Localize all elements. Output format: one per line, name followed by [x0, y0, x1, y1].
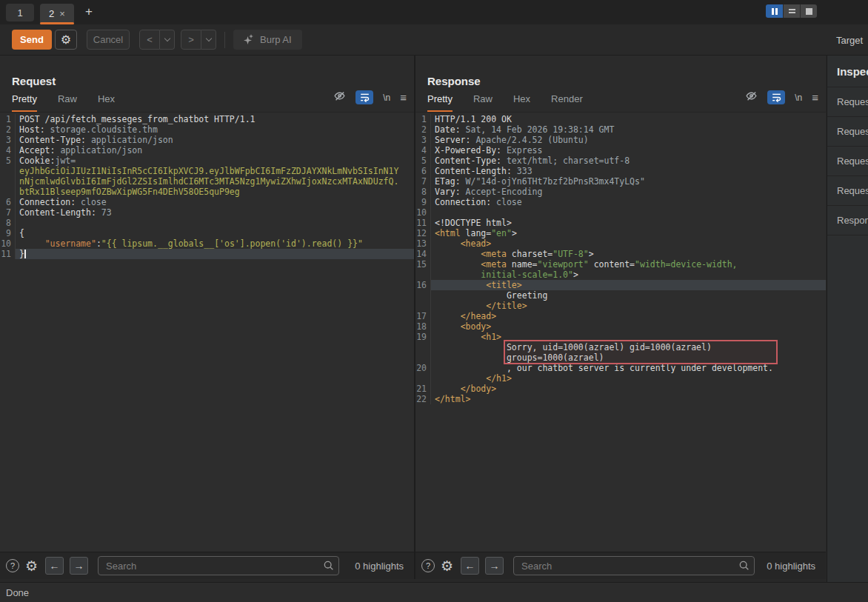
- tab-request-raw[interactable]: Raw: [58, 93, 77, 112]
- code-line[interactable]: [431, 207, 826, 218]
- response-editor[interactable]: 1HTTP/1.1 200 OK2Date: Sat, 14 Feb 2026 …: [415, 113, 826, 551]
- inspector-section-3[interactable]: Request: [827, 147, 868, 176]
- line-number: [0, 166, 16, 176]
- request-view-tabs: Pretty Raw Hex: [12, 93, 136, 112]
- search-settings-gear-icon[interactable]: ⚙: [441, 558, 453, 575]
- line-number: 18: [415, 321, 431, 332]
- code-line[interactable]: Host: storage.cloudsite.thm: [16, 124, 414, 135]
- hide-nonprintable-icon[interactable]: [333, 90, 346, 105]
- show-newlines-toggle[interactable]: \n: [383, 93, 390, 103]
- code-line[interactable]: </title>: [431, 301, 826, 311]
- history-forward-button[interactable]: >: [181, 30, 201, 50]
- repeater-tab-2-label: 2: [49, 8, 54, 19]
- layout-columns-button[interactable]: [766, 4, 783, 18]
- code-line[interactable]: Greeting: [431, 290, 826, 301]
- response-highlights-count: 0 highlights: [767, 561, 815, 572]
- code-line[interactable]: HTTP/1.1 200 OK: [431, 114, 826, 124]
- code-line[interactable]: }: [16, 249, 414, 259]
- code-line[interactable]: POST /api/fetch_messeges_from_chatbot HT…: [16, 114, 414, 124]
- response-panel: Response Pretty Raw Hex Render \n ≡ 1HTT…: [415, 56, 826, 552]
- history-back-dropdown[interactable]: [160, 30, 175, 50]
- search-next-button[interactable]: →: [485, 557, 504, 575]
- code-line[interactable]: Connection: close: [16, 197, 414, 207]
- code-line[interactable]: , our chatbot server is currently under …: [431, 363, 826, 373]
- tab-request-hex[interactable]: Hex: [98, 93, 115, 112]
- code-line[interactable]: Content-Type: text/html; charset=utf-8: [431, 155, 826, 166]
- response-highlight-box: [504, 340, 778, 364]
- layout-rows-button[interactable]: [783, 4, 800, 18]
- tab-request-pretty[interactable]: Pretty: [12, 93, 37, 112]
- target-label: Target: [836, 35, 863, 46]
- repeater-tab-2[interactable]: 2 ×: [40, 4, 74, 24]
- tab-response-raw[interactable]: Raw: [473, 93, 493, 112]
- line-number: 1: [415, 114, 431, 124]
- code-line[interactable]: btRx11Blseep9mfOZBwXipWG5Fn4DEhV58OE5quP…: [16, 187, 414, 197]
- show-newlines-toggle[interactable]: \n: [795, 93, 802, 103]
- code-line[interactable]: <title>: [431, 280, 826, 290]
- code-line[interactable]: X-Powered-By: Express: [431, 145, 826, 155]
- search-prev-button[interactable]: ←: [45, 557, 64, 575]
- editor-menu-icon[interactable]: ≡: [400, 91, 407, 104]
- code-line[interactable]: [16, 218, 414, 228]
- code-line[interactable]: Content-Length: 333: [431, 166, 826, 176]
- layout-single-button[interactable]: [800, 4, 817, 18]
- code-line[interactable]: </body>: [431, 384, 826, 394]
- code-line[interactable]: nNjcmlwdGlvbiI6ImFjdGl2ZSIsImlhdCI6MTc3M…: [16, 176, 414, 187]
- history-back-button[interactable]: <: [139, 30, 160, 50]
- code-line[interactable]: <html lang="en">: [431, 228, 826, 238]
- line-number: 19: [415, 332, 431, 342]
- code-line[interactable]: Date: Sat, 14 Feb 2026 19:38:14 GMT: [431, 124, 826, 135]
- request-search-input[interactable]: [98, 556, 339, 575]
- hide-nonprintable-icon[interactable]: [745, 90, 758, 105]
- inspector-section-5[interactable]: Response: [827, 206, 868, 235]
- code-line[interactable]: Content-Length: 73: [16, 207, 414, 218]
- code-line[interactable]: ETag: W/"14d-ojYn6THt7bzf2bPnsR3mx4TyLQs…: [431, 176, 826, 187]
- search-prev-button[interactable]: ←: [461, 557, 479, 575]
- code-line[interactable]: Content-Type: application/json: [16, 135, 414, 145]
- inspector-section-1[interactable]: Request: [827, 87, 868, 117]
- tab-response-pretty[interactable]: Pretty: [427, 93, 453, 112]
- search-next-button[interactable]: →: [70, 557, 88, 575]
- response-view-tabs: Pretty Raw Hex Render: [427, 93, 604, 112]
- line-number: [415, 373, 431, 384]
- tab-response-hex[interactable]: Hex: [513, 93, 530, 112]
- editor-menu-icon[interactable]: ≡: [812, 91, 818, 104]
- search-settings-gear-icon[interactable]: ⚙: [25, 558, 38, 575]
- request-editor[interactable]: 1POST /api/fetch_messeges_from_chatbot H…: [0, 113, 414, 551]
- inspector-section-2[interactable]: Request: [827, 117, 868, 147]
- code-line[interactable]: "username":"{{ lipsum.__globals__['os'].…: [16, 238, 414, 249]
- code-line[interactable]: <meta charset="UTF-8">: [431, 249, 826, 259]
- help-icon[interactable]: ?: [6, 559, 19, 572]
- code-line[interactable]: eyJhbGciOiJIUzI1NiIsInR5cCI6IkpXVCJ9.eyJ…: [16, 166, 414, 176]
- code-line[interactable]: </html>: [431, 394, 826, 404]
- send-settings-button[interactable]: ⚙: [55, 30, 77, 50]
- code-line[interactable]: {: [16, 228, 414, 238]
- word-wrap-toggle[interactable]: [355, 90, 373, 104]
- code-line[interactable]: initial-scale=1.0">: [431, 270, 826, 280]
- inspector-section-4[interactable]: Request: [827, 176, 868, 206]
- add-tab-button[interactable]: +: [81, 4, 96, 19]
- code-line[interactable]: Connection: close: [431, 197, 826, 207]
- code-line[interactable]: <body>: [431, 321, 826, 332]
- help-icon[interactable]: ?: [421, 559, 435, 572]
- response-search-input[interactable]: [513, 556, 755, 575]
- repeater-tab-1[interactable]: 1: [6, 4, 34, 21]
- history-forward-dropdown[interactable]: [201, 30, 216, 50]
- tab-response-render[interactable]: Render: [551, 93, 583, 112]
- send-button[interactable]: Send: [12, 30, 52, 50]
- code-line[interactable]: </h1>: [431, 373, 826, 384]
- burp-ai-button[interactable]: Burp AI: [233, 30, 302, 50]
- word-wrap-toggle[interactable]: [767, 90, 785, 104]
- code-line[interactable]: <head>: [431, 238, 826, 249]
- code-line[interactable]: Cookie:jwt=: [16, 155, 414, 166]
- code-line[interactable]: <meta name="viewport" content="width=dev…: [431, 259, 826, 270]
- code-line[interactable]: </head>: [431, 311, 826, 321]
- line-number: 10: [415, 207, 431, 218]
- line-number: [415, 342, 431, 352]
- code-line[interactable]: <!DOCTYPE html>: [431, 218, 826, 228]
- cancel-button[interactable]: Cancel: [87, 30, 130, 50]
- code-line[interactable]: Accept: application/json: [16, 145, 414, 155]
- code-line[interactable]: Server: Apache/2.4.52 (Ubuntu): [431, 135, 826, 145]
- close-tab-icon[interactable]: ×: [59, 9, 65, 19]
- code-line[interactable]: Vary: Accept-Encoding: [431, 187, 826, 197]
